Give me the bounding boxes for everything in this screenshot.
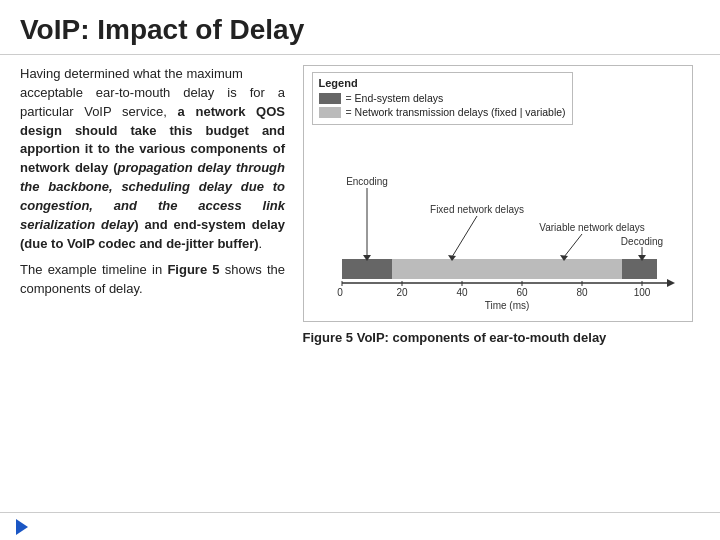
svg-text:40: 40 xyxy=(456,287,468,298)
svg-marker-1 xyxy=(667,279,675,287)
diagram-box: Legend = End-system delays = Network tra… xyxy=(303,65,693,322)
svg-text:Fixed network delays: Fixed network delays xyxy=(430,204,524,215)
svg-text:Decoding: Decoding xyxy=(620,236,662,247)
svg-rect-19 xyxy=(392,259,507,279)
bottom-bar xyxy=(0,512,720,540)
svg-rect-27 xyxy=(622,259,657,279)
paragraph-1: Having determined what the maximum accep… xyxy=(20,65,285,253)
paragraph-2: The example timeline in Figure 5 shows t… xyxy=(20,261,285,299)
svg-text:0: 0 xyxy=(337,287,343,298)
legend-label-dark: = End-system delays xyxy=(346,92,444,104)
legend: Legend = End-system delays = Network tra… xyxy=(312,72,573,125)
svg-line-25 xyxy=(564,234,582,257)
content-area: Having determined what the maximum accep… xyxy=(0,55,720,355)
page: VoIP: Impact of Delay Having determined … xyxy=(0,0,720,540)
left-text-block: Having determined what the maximum accep… xyxy=(20,65,285,345)
dark-swatch xyxy=(319,93,341,104)
svg-rect-15 xyxy=(342,259,392,279)
light-swatch xyxy=(319,107,341,118)
title-bar: VoIP: Impact of Delay xyxy=(0,0,720,55)
svg-text:60: 60 xyxy=(516,287,528,298)
legend-item-dark: = End-system delays xyxy=(319,92,566,104)
svg-text:80: 80 xyxy=(576,287,588,298)
next-arrow-icon[interactable] xyxy=(16,519,28,535)
svg-text:Encoding: Encoding xyxy=(346,176,388,187)
svg-rect-23 xyxy=(507,259,622,279)
timeline-svg: 0 20 40 60 80 100 Time (ms) Encoding xyxy=(312,133,682,313)
legend-label-light: = Network transmission delays (fixed | v… xyxy=(346,106,566,118)
svg-line-21 xyxy=(452,216,477,257)
svg-text:20: 20 xyxy=(396,287,408,298)
legend-item-light: = Network transmission delays (fixed | v… xyxy=(319,106,566,118)
figure-caption: Figure 5 VoIP: components of ear-to-mout… xyxy=(303,330,693,345)
svg-text:Variable network delays: Variable network delays xyxy=(539,222,644,233)
svg-text:100: 100 xyxy=(633,287,650,298)
legend-title: Legend xyxy=(319,77,566,89)
right-diagram: Legend = End-system delays = Network tra… xyxy=(295,65,700,345)
svg-text:Time (ms): Time (ms) xyxy=(484,300,529,311)
page-title: VoIP: Impact of Delay xyxy=(20,14,700,46)
